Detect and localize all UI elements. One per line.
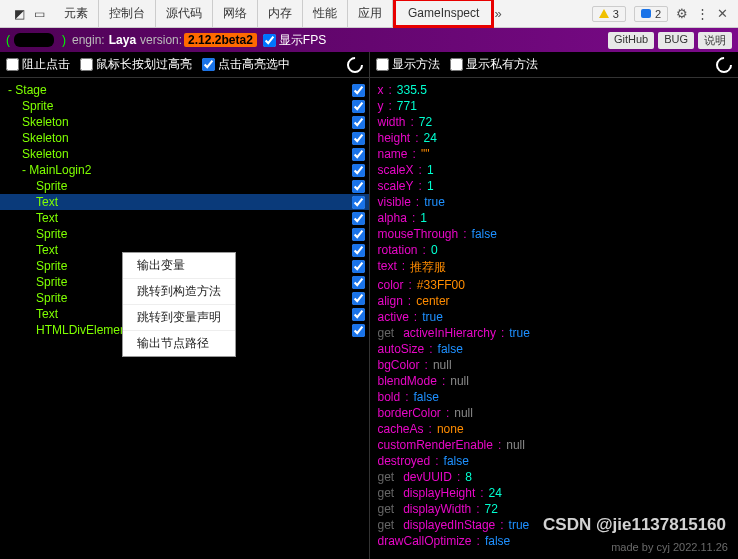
context-menu-item[interactable]: 跳转到变量声明 <box>123 305 235 331</box>
tree-node-checkbox[interactable] <box>352 276 365 289</box>
prop-key: align <box>378 294 403 308</box>
opt-click-highlight[interactable]: 点击高亮选中 <box>202 56 290 73</box>
tree-node-checkbox[interactable] <box>352 196 365 209</box>
property-row[interactable]: cacheAs:none <box>378 421 731 437</box>
engine-name: Laya <box>109 33 136 47</box>
show-fps-checkbox[interactable] <box>263 34 276 47</box>
property-row[interactable]: y:771 <box>378 98 731 114</box>
property-row[interactable]: mouseThrough:false <box>378 226 731 242</box>
opt-show-methods[interactable]: 显示方法 <box>376 56 440 73</box>
tabs-overflow-icon[interactable]: » <box>494 6 501 21</box>
property-row[interactable]: customRenderEnable:null <box>378 437 731 453</box>
property-row[interactable]: getactiveInHierarchy:true <box>378 325 731 341</box>
kebab-icon[interactable]: ⋮ <box>696 6 709 21</box>
show-private-checkbox[interactable] <box>450 58 463 71</box>
property-row[interactable]: width:72 <box>378 114 731 130</box>
property-row[interactable]: getdisplayWidth:72 <box>378 501 731 517</box>
tree-node-checkbox[interactable] <box>352 308 365 321</box>
property-row[interactable]: active:true <box>378 309 731 325</box>
tree-node[interactable]: Skeleton <box>0 114 369 130</box>
context-menu-item[interactable]: 跳转到构造方法 <box>123 279 235 305</box>
property-row[interactable]: destroyed:false <box>378 453 731 469</box>
tab-gameinspect[interactable]: GameInspect <box>393 0 494 28</box>
property-row[interactable]: bold:false <box>378 389 731 405</box>
property-row[interactable]: text:推荐服 <box>378 258 731 277</box>
property-row[interactable]: autoSize:false <box>378 341 731 357</box>
tree-node[interactable]: Text <box>0 210 369 226</box>
tree-node-checkbox[interactable] <box>352 100 365 113</box>
tree-node-checkbox[interactable] <box>352 292 365 305</box>
property-row[interactable]: alpha:1 <box>378 210 731 226</box>
property-row[interactable]: borderColor:null <box>378 405 731 421</box>
tree-node-label: Sprite <box>36 227 348 241</box>
property-row[interactable]: bgColor:null <box>378 357 731 373</box>
property-row[interactable]: color:#33FF00 <box>378 277 731 293</box>
property-row[interactable]: drawCallOptimize:false <box>378 533 731 549</box>
tree-node-checkbox[interactable] <box>352 164 365 177</box>
property-row[interactable]: x:335.5 <box>378 82 731 98</box>
property-row[interactable]: rotation:0 <box>378 242 731 258</box>
opt-show-private[interactable]: 显示私有方法 <box>450 56 538 73</box>
tree-node[interactable]: Sprite <box>0 98 369 114</box>
property-row[interactable]: blendMode:null <box>378 373 731 389</box>
tab-控制台[interactable]: 控制台 <box>99 0 156 27</box>
hover-hl-checkbox[interactable] <box>80 58 93 71</box>
tree-node-checkbox[interactable] <box>352 180 365 193</box>
tree-node-checkbox[interactable] <box>352 228 365 241</box>
inspect-icon[interactable]: ◩ <box>12 7 26 21</box>
tree-node[interactable]: - Stage <box>0 82 369 98</box>
tab-元素[interactable]: 元素 <box>54 0 99 27</box>
tab-网络[interactable]: 网络 <box>213 0 258 27</box>
context-menu-item[interactable]: 输出变量 <box>123 253 235 279</box>
show-methods-checkbox[interactable] <box>376 58 389 71</box>
tree-node[interactable]: Skeleton <box>0 146 369 162</box>
tab-性能[interactable]: 性能 <box>303 0 348 27</box>
opt-stop-click[interactable]: 阻止点击 <box>6 56 70 73</box>
properties-list[interactable]: x:335.5y:771width:72height:24name:""scal… <box>370 78 739 559</box>
tree-node-checkbox[interactable] <box>352 148 365 161</box>
engine-btn-说明[interactable]: 说明 <box>698 32 732 49</box>
tree-node[interactable]: - MainLogin2 <box>0 162 369 178</box>
tab-源代码[interactable]: 源代码 <box>156 0 213 27</box>
device-icon[interactable]: ▭ <box>32 7 46 21</box>
property-row[interactable]: getdisplayedInStage:true <box>378 517 731 533</box>
tree-node-checkbox[interactable] <box>352 212 365 225</box>
engine-btn-BUG[interactable]: BUG <box>658 32 694 49</box>
gear-icon[interactable]: ⚙ <box>676 6 688 21</box>
devtools-tab-bar: ◩ ▭ 元素控制台源代码网络内存性能应用 GameInspect » 3 2 ⚙… <box>0 0 738 28</box>
tab-内存[interactable]: 内存 <box>258 0 303 27</box>
colon: : <box>412 211 415 225</box>
info-badge[interactable]: 2 <box>634 6 668 22</box>
stop-click-checkbox[interactable] <box>6 58 19 71</box>
opt-hover-highlight[interactable]: 鼠标长按划过高亮 <box>80 56 192 73</box>
tree-node-checkbox[interactable] <box>352 324 365 337</box>
engine-btn-GitHub[interactable]: GitHub <box>608 32 654 49</box>
property-row[interactable]: getdisplayHeight:24 <box>378 485 731 501</box>
tree-node-checkbox[interactable] <box>352 132 365 145</box>
property-row[interactable]: align:center <box>378 293 731 309</box>
tree-node-checkbox[interactable] <box>352 116 365 129</box>
property-row[interactable]: scaleY:1 <box>378 178 731 194</box>
tree-node-checkbox[interactable] <box>352 84 365 97</box>
close-icon[interactable]: ✕ <box>717 6 728 21</box>
refresh-icon[interactable] <box>343 53 366 76</box>
property-row[interactable]: getdevUUID:8 <box>378 469 731 485</box>
tab-应用[interactable]: 应用 <box>348 0 393 27</box>
refresh-icon[interactable] <box>713 53 736 76</box>
colon: : <box>423 243 426 257</box>
property-row[interactable]: scaleX:1 <box>378 162 731 178</box>
warning-badge[interactable]: 3 <box>592 6 626 22</box>
tree-node[interactable]: Sprite <box>0 178 369 194</box>
click-hl-checkbox[interactable] <box>202 58 215 71</box>
tree-node[interactable]: Skeleton <box>0 130 369 146</box>
show-fps-toggle[interactable]: 显示FPS <box>263 32 326 49</box>
context-menu-item[interactable]: 输出节点路径 <box>123 331 235 356</box>
property-row[interactable]: height:24 <box>378 130 731 146</box>
tree-node[interactable]: Text <box>0 194 369 210</box>
property-row[interactable]: visible:true <box>378 194 731 210</box>
engine-bar: ( ) engin: Laya version: 2.12.2beta2 显示F… <box>0 28 738 52</box>
tree-node-checkbox[interactable] <box>352 244 365 257</box>
property-row[interactable]: name:"" <box>378 146 731 162</box>
tree-node[interactable]: Sprite <box>0 226 369 242</box>
tree-node-checkbox[interactable] <box>352 260 365 273</box>
